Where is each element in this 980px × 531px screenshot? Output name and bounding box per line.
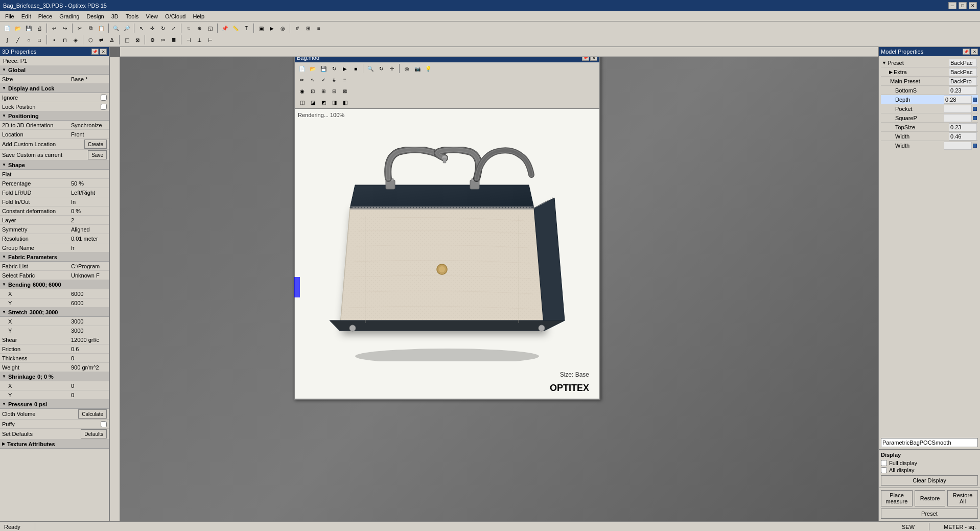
tb-layer[interactable]: ≡: [314, 23, 324, 33]
bw-tb-select2[interactable]: ↖: [308, 75, 318, 85]
bw-tb-stop[interactable]: ■: [351, 63, 361, 74]
bw-tb-b1[interactable]: ◫: [297, 97, 307, 107]
tb-text[interactable]: T: [241, 23, 251, 33]
section-fabric[interactable]: ▼ Fabric Parameters: [0, 252, 109, 262]
3d-viewport-area[interactable]: for(let i=0;i<2000;i+=50){ document.curr…: [110, 47, 878, 521]
bw-tb-open[interactable]: 📂: [308, 63, 318, 74]
tb-zoom-in[interactable]: 🔍: [111, 23, 121, 33]
tb-paste[interactable]: 📋: [96, 23, 106, 33]
tb-copy[interactable]: ⧉: [85, 23, 96, 33]
panel-close-button[interactable]: ✕: [100, 49, 107, 55]
defaults-button[interactable]: Defaults: [81, 429, 107, 438]
bw-tb-play[interactable]: ▶: [340, 63, 350, 74]
section-bending[interactable]: ▼ Bending 6000; 6000: [0, 280, 109, 289]
menu-design[interactable]: Design: [83, 13, 107, 20]
menu-view[interactable]: View: [143, 13, 161, 20]
maximize-button[interactable]: □: [959, 2, 967, 9]
bw-tb-light[interactable]: 💡: [423, 63, 433, 74]
tb-align-left[interactable]: ⊣: [183, 35, 194, 45]
tb-dart[interactable]: ◈: [71, 35, 81, 45]
tb-pattern[interactable]: ⊠: [132, 35, 143, 45]
bw-tb-check[interactable]: ✓: [318, 75, 329, 85]
bw-tb-a5[interactable]: ⊠: [340, 86, 350, 96]
tb-undo[interactable]: ↩: [49, 23, 59, 33]
bw-tb-refresh[interactable]: ↻: [329, 63, 339, 74]
tb-point[interactable]: •: [49, 35, 59, 45]
bw-tb-move[interactable]: ✛: [387, 63, 397, 74]
restore-all-button[interactable]: Restore All: [947, 490, 978, 506]
bw-tb-a4[interactable]: ⊟: [329, 86, 339, 96]
all-display-checkbox[interactable]: [881, 467, 887, 473]
place-measure-button[interactable]: Place measure: [881, 490, 913, 506]
create-button[interactable]: Create: [84, 140, 107, 149]
preset-button[interactable]: Preset: [881, 509, 978, 519]
tb-fold[interactable]: ◱: [205, 23, 215, 33]
section-global[interactable]: ▼ Global: [0, 65, 109, 75]
section-shape[interactable]: ▼ Shape: [0, 160, 109, 170]
tb-circle[interactable]: ○: [24, 35, 34, 45]
tb-measure[interactable]: 📏: [230, 23, 241, 33]
menu-file[interactable]: File: [2, 13, 17, 20]
section-stretch[interactable]: ▼ Stretch 3000; 3000: [0, 308, 109, 317]
tb-sew[interactable]: ⊕: [194, 23, 204, 33]
full-display-checkbox[interactable]: [881, 460, 887, 466]
restore-button[interactable]: Restore: [915, 490, 945, 506]
tb-rotate[interactable]: ↻: [158, 23, 168, 33]
tb-zoom-out[interactable]: 🔎: [122, 23, 132, 33]
puffy-checkbox[interactable]: [101, 421, 107, 427]
tb-grading[interactable]: Δ: [107, 35, 117, 45]
bw-tb-a2[interactable]: ⊡: [308, 86, 318, 96]
tb-line[interactable]: ╱: [13, 35, 23, 45]
menu-help[interactable]: Help: [190, 13, 207, 20]
tb-rect[interactable]: □: [34, 35, 44, 45]
menu-edit[interactable]: Edit: [18, 13, 34, 20]
tb-grid[interactable]: #: [292, 23, 302, 33]
pocket-slider[interactable]: [973, 107, 977, 111]
bw-tb-a3[interactable]: ⊞: [318, 86, 329, 96]
model-panel-pin[interactable]: 📌: [963, 49, 970, 55]
parametric-input[interactable]: [881, 438, 978, 447]
section-shrinkage[interactable]: ▼ Shrinkage 0; 0 %: [0, 372, 109, 381]
tb-align-center[interactable]: ⊥: [194, 35, 204, 45]
section-display-lock[interactable]: ▼ Display and Lock: [0, 84, 109, 93]
bw-tb-grid2[interactable]: #: [329, 75, 339, 85]
save-button[interactable]: Save: [88, 150, 107, 159]
bw-tb-b5[interactable]: ◧: [340, 97, 350, 107]
rendering-area[interactable]: Rendering... 100%: [295, 109, 599, 399]
lock-position-checkbox[interactable]: [101, 104, 107, 110]
bw-tb-a1[interactable]: ◉: [297, 86, 307, 96]
minimize-button[interactable]: ─: [948, 2, 956, 9]
depth-slider[interactable]: [973, 98, 977, 102]
tb-save[interactable]: 💾: [24, 23, 34, 33]
tb-simulate[interactable]: ▶: [267, 23, 277, 33]
bw-tb-b2[interactable]: ◪: [308, 97, 318, 107]
ignore-checkbox[interactable]: [101, 95, 107, 101]
close-button[interactable]: ✕: [969, 2, 977, 9]
tb-align-right[interactable]: ⊢: [205, 35, 215, 45]
bw-tb-pen[interactable]: ✏: [297, 75, 307, 85]
tb-cut[interactable]: ✂: [75, 23, 85, 33]
tb-notch[interactable]: ⊓: [60, 35, 70, 45]
bw-tb-layers[interactable]: ≡: [340, 75, 350, 85]
squarep-slider[interactable]: [973, 116, 977, 120]
bw-tb-render[interactable]: ◎: [402, 63, 412, 74]
tb-curve[interactable]: ∫: [2, 35, 12, 45]
clear-display-button[interactable]: Clear Display: [881, 475, 978, 486]
tb-new[interactable]: 📄: [2, 23, 12, 33]
width2-slider[interactable]: [973, 144, 977, 148]
tb-fabric[interactable]: ◫: [122, 35, 132, 45]
menu-3d[interactable]: 3D: [108, 13, 122, 20]
tb-seam[interactable]: ≈: [183, 23, 194, 33]
tb-style[interactable]: ⚙: [147, 35, 157, 45]
tb-redo[interactable]: ↪: [60, 23, 70, 33]
tb-render[interactable]: ◎: [277, 23, 288, 33]
tb-print[interactable]: 🖨: [34, 23, 44, 33]
section-pressure[interactable]: ▼ Pressure 0 psi: [0, 400, 109, 409]
tb-3d-view[interactable]: ▣: [256, 23, 266, 33]
section-positioning[interactable]: ▼ Positioning: [0, 111, 109, 121]
tb-snap[interactable]: ⊞: [303, 23, 313, 33]
panel-pin-button[interactable]: 📌: [91, 49, 99, 55]
tb-pin[interactable]: 📌: [220, 23, 230, 33]
tb-pleat[interactable]: ≣: [169, 35, 179, 45]
tb-scale[interactable]: ⤢: [169, 23, 179, 33]
